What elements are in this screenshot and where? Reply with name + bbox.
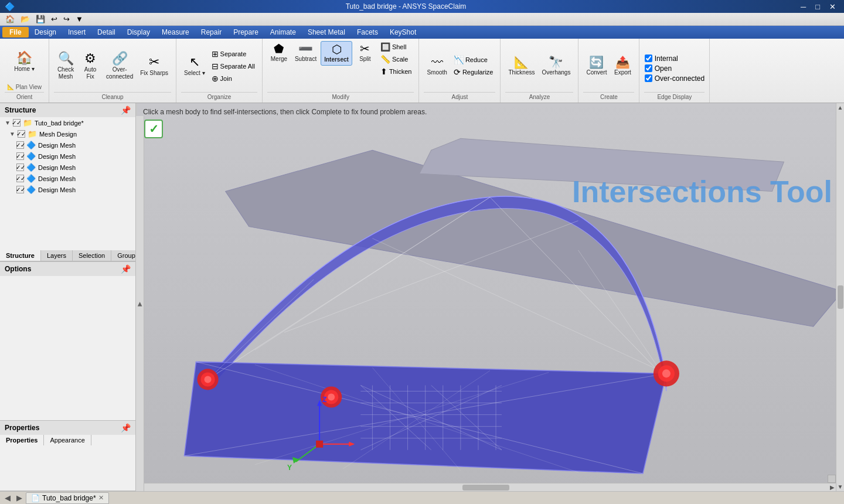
separate-button[interactable]: ⊞ Separate — [209, 48, 257, 60]
plan-view-button[interactable]: 📐 Plan View — [5, 83, 44, 91]
qa-redo-button[interactable]: ↪ — [62, 14, 72, 24]
menu-detail[interactable]: Detail — [91, 27, 121, 38]
thickness-button[interactable]: 📐 Thickness — [505, 55, 537, 78]
overhangs-button[interactable]: 🔭 Overhangs — [539, 55, 573, 78]
structure-title: Structure — [5, 106, 36, 114]
qa-open-button[interactable]: 📂 — [19, 14, 32, 24]
internal-checkbox[interactable] — [645, 55, 652, 62]
scrollbar-vertical[interactable]: ▲ ▼ — [836, 103, 844, 491]
export-button[interactable]: 📤 Export — [611, 55, 634, 78]
check-mesh-button[interactable]: 🔍 CheckMesh — [54, 50, 77, 82]
menu-display[interactable]: Display — [121, 27, 156, 38]
adjust-group-label: Adjust — [424, 92, 495, 100]
internal-checkbox-label[interactable]: Internal — [645, 55, 705, 63]
pin-options-button[interactable]: 📌 — [121, 264, 131, 274]
select-button[interactable]: ↖ Select ▾ — [181, 54, 208, 79]
group-checkbox[interactable]: ✓ — [18, 130, 25, 138]
tree-toggle-icon[interactable]: ▼ — [5, 120, 11, 126]
mesh-0-label: Design Mesh — [38, 142, 76, 149]
tab-groups[interactable]: Groups — [111, 250, 135, 261]
tab-layers[interactable]: Layers — [41, 250, 73, 261]
scroll-thumb-horizontal[interactable] — [462, 485, 509, 491]
document-tab-close[interactable]: ✕ — [98, 494, 104, 502]
mesh-4-checkbox[interactable]: ✓ — [16, 186, 24, 193]
menu-insert[interactable]: Insert — [62, 27, 91, 38]
open-checkbox[interactable] — [645, 64, 652, 72]
tab-selection[interactable]: Selection — [73, 250, 111, 261]
open-checkbox-label[interactable]: Open — [645, 64, 705, 73]
minimize-button[interactable]: ─ — [797, 2, 809, 11]
shell-button[interactable]: 🔲 Shell — [378, 41, 414, 53]
mesh-0-checkbox[interactable]: ✓ — [16, 141, 24, 149]
thicken-button[interactable]: ⬆ Thicken — [378, 66, 414, 77]
tab-prev-button[interactable]: ◀ — [2, 493, 13, 503]
split-button[interactable]: ✂ Split — [353, 41, 377, 64]
over-connected-checkbox-label[interactable]: Over-connected — [645, 74, 705, 83]
tree-mesh-item-0[interactable]: ✓ 🔷 Design Mesh — [0, 139, 135, 151]
tree-mesh-item-2[interactable]: ✓ 🔷 Design Mesh — [0, 162, 135, 173]
mesh-2-checkbox[interactable]: ✓ — [16, 164, 24, 171]
title-bar-controls[interactable]: ─ □ ✕ — [797, 2, 839, 11]
tree-mesh-item-3[interactable]: ✓ 🔷 Design Mesh — [0, 173, 135, 184]
mesh-3-label: Design Mesh — [38, 175, 76, 182]
tree-mesh-item-4[interactable]: ✓ 🔷 Design Mesh — [0, 184, 135, 195]
tree-root-item[interactable]: ▼ ✓ 📁 Tuto_bad bridge* — [0, 117, 135, 128]
over-connected-label: Over-connected — [655, 74, 705, 83]
scale-icon: 📏 — [380, 55, 390, 64]
menu-design[interactable]: Design — [29, 27, 62, 38]
qa-save-button[interactable]: 💾 — [34, 14, 47, 24]
menu-facets[interactable]: Facets — [351, 27, 384, 38]
scroll-down-arrow[interactable]: ▼ — [836, 482, 844, 491]
smooth-button[interactable]: 〰 Smooth — [424, 55, 450, 78]
tab-next-button[interactable]: ▶ — [14, 493, 25, 503]
over-connected-checkbox[interactable] — [645, 74, 652, 82]
properties-tab[interactable]: Properties — [0, 435, 44, 445]
merge-button[interactable]: ⬟ Merge — [267, 41, 291, 64]
viewport[interactable]: Click a mesh body to find self-intersect… — [136, 103, 844, 491]
cleanup-group-label: Cleanup — [54, 92, 171, 100]
close-button[interactable]: ✕ — [826, 2, 839, 11]
menu-sheet-metal[interactable]: Sheet Metal — [302, 27, 351, 38]
menu-repair[interactable]: Repair — [195, 27, 227, 38]
menu-animate[interactable]: Animate — [264, 27, 302, 38]
intersect-button[interactable]: ⬡ Intersect — [321, 41, 352, 66]
tree-group-item[interactable]: ▼ ✓ 📁 Mesh Design — [0, 128, 135, 139]
scroll-thumb-vertical[interactable] — [838, 285, 843, 309]
create-group-label: Create — [583, 92, 634, 100]
fix-sharps-button[interactable]: ✂ Fix Sharps — [137, 54, 171, 79]
subtract-button[interactable]: ➖ Subtract — [292, 41, 319, 64]
pin-structure-button[interactable]: 📌 — [121, 105, 131, 115]
reduce-button[interactable]: 📉 Reduce — [451, 54, 496, 66]
pin-properties-button[interactable]: 📌 — [121, 423, 131, 433]
separate-all-button[interactable]: ⊟ Separate All — [209, 60, 257, 72]
menu-keyshot[interactable]: KeyShot — [384, 27, 422, 38]
appearance-tab[interactable]: Appearance — [44, 435, 91, 445]
document-tab[interactable]: 📄 Tuto_bad bridge* ✕ — [26, 492, 109, 504]
mesh-0-icon: 🔷 — [26, 141, 36, 149]
auto-fix-button[interactable]: ⚙ AutoFix — [79, 50, 102, 82]
tree-group-toggle[interactable]: ▼ — [9, 131, 15, 137]
qa-undo-button[interactable]: ↩ — [49, 14, 59, 24]
reduce-icon: 📉 — [454, 55, 464, 64]
qa-home-button[interactable]: 🏠 — [4, 14, 16, 24]
mesh-1-checkbox[interactable]: ✓ — [16, 152, 24, 160]
maximize-button[interactable]: □ — [812, 2, 823, 11]
scale-button[interactable]: 📏 Scale — [378, 53, 414, 65]
scrollbar-horizontal[interactable]: ◀ ▶ — [136, 483, 836, 491]
home-dropdown-button[interactable]: 🏠 Home ▾ — [11, 50, 37, 74]
complete-button[interactable]: ✓ — [144, 120, 163, 138]
scroll-right-arrow[interactable]: ▶ — [829, 483, 836, 491]
tree-mesh-item-1[interactable]: ✓ 🔷 Design Mesh — [0, 151, 135, 162]
join-button[interactable]: ⊕ Join — [209, 73, 257, 84]
tab-structure[interactable]: Structure — [0, 250, 41, 261]
menu-file[interactable]: File — [2, 27, 29, 38]
mesh-3-checkbox[interactable]: ✓ — [16, 175, 24, 182]
over-connected-button[interactable]: 🔗 Over-connected — [103, 50, 136, 82]
regularize-button[interactable]: ⟳ Regularize — [451, 66, 496, 78]
menu-prepare[interactable]: Prepare — [227, 27, 264, 38]
root-checkbox[interactable]: ✓ — [13, 119, 21, 127]
menu-measure[interactable]: Measure — [156, 27, 195, 38]
scroll-up-arrow[interactable]: ▲ — [836, 103, 844, 112]
qa-dropdown-button[interactable]: ▼ — [74, 14, 85, 24]
convert-button[interactable]: 🔄 Convert — [583, 55, 610, 78]
